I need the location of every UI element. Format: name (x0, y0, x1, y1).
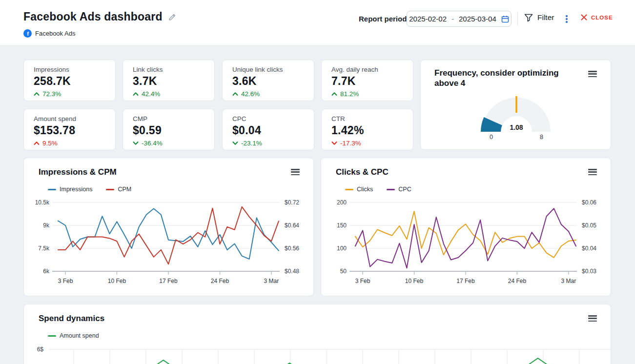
kpi-delta-up-icon (34, 141, 40, 145)
svg-text:$0.56: $0.56 (285, 245, 299, 252)
kpi-delta: -17.3% (331, 140, 361, 147)
impressions-cpm-chart-card: Impressions & CPMImpressionsCPM10.5k$0.7… (23, 158, 314, 296)
kpi-delta-value: 72.3% (42, 90, 61, 98)
kpi-delta-down-icon (133, 141, 139, 145)
svg-text:3 Feb: 3 Feb (58, 278, 73, 284)
svg-text:3 Mar: 3 Mar (264, 278, 279, 284)
source-label: Facebook Ads (35, 30, 75, 37)
line-chart-plot: 200$0.06150$0.05100$0.0450$0.033 Feb10 F… (321, 158, 612, 297)
kpi-delta-value: 9.5% (42, 140, 58, 147)
more-options-kebab-icon[interactable] (563, 13, 571, 25)
svg-text:200: 200 (337, 199, 347, 206)
svg-text:50: 50 (340, 268, 347, 275)
svg-text:6$: 6$ (37, 346, 44, 353)
date-from[interactable]: 2025-02-02 (409, 15, 447, 23)
filter-label: Filter (537, 13, 554, 22)
kpi-delta: 81.2% (331, 90, 359, 98)
kpi-delta-value: 81.2% (340, 90, 359, 98)
svg-text:150: 150 (337, 222, 347, 229)
close-icon (581, 14, 587, 20)
kpi-delta-value: -17.3% (340, 140, 361, 147)
report-period-label: Report period: (359, 15, 409, 23)
frequency-gauge: 1.0808 (421, 60, 612, 150)
svg-text:100: 100 (337, 245, 347, 252)
kpi-value: 1.42% (331, 124, 364, 137)
kpi-value: 3.7K (133, 75, 157, 88)
svg-text:3 Feb: 3 Feb (355, 278, 370, 284)
kpi-delta: 9.5% (34, 140, 58, 147)
kpi-delta-value: -36.4% (142, 140, 163, 147)
kpi-value: $0.59 (133, 124, 162, 137)
kpi-delta: 42.4% (133, 90, 160, 98)
kpi-delta-value: 42.6% (241, 90, 260, 98)
line-chart-plot: 10.5k$0.729k$0.647.5k$0.566k$0.483 Feb10… (24, 158, 314, 297)
svg-text:10.5k: 10.5k (35, 199, 50, 206)
kpi-card: Avg. daily reach7.7K81.2% (321, 60, 413, 101)
kpi-delta: -23.1% (232, 140, 262, 147)
facebook-icon: f (23, 29, 32, 38)
close-button[interactable]: CLOSE (581, 14, 613, 20)
header-divider (517, 12, 518, 26)
kpi-label: Avg. daily reach (331, 66, 378, 73)
spend-dynamics-chart-card: Spend dynamicsAmount spend6$ (23, 304, 611, 364)
clicks-cpc-chart-card: Clicks & CPCClicksCPC200$0.06150$0.05100… (321, 158, 611, 296)
kpi-card: Impressions258.7K72.3% (23, 60, 116, 101)
kpi-delta-up-icon (133, 92, 139, 96)
kpi-label: CTR (331, 115, 345, 122)
kpi-card: Unique link clicks3.6K42.6% (222, 60, 314, 101)
date-separator: - (451, 15, 454, 23)
kpi-delta-down-icon (331, 141, 337, 145)
kpi-value: 7.7K (331, 75, 356, 88)
header: Facebook Ads dashboard f Facebook Ads Re… (0, 0, 635, 46)
kpi-value: $153.78 (34, 124, 75, 137)
spend-chart-plot: 6$ (24, 304, 612, 364)
date-to[interactable]: 2025-03-04 (459, 15, 496, 23)
kpi-value: $0.04 (232, 124, 261, 137)
kpi-label: CPC (232, 115, 246, 122)
svg-text:10 Feb: 10 Feb (405, 278, 424, 284)
svg-text:$0.05: $0.05 (582, 222, 596, 229)
svg-text:6k: 6k (43, 268, 50, 275)
calendar-icon[interactable] (501, 15, 509, 23)
svg-text:f: f (27, 31, 29, 37)
kpi-label: Unique link clicks (232, 66, 283, 73)
kpi-label: Amount spend (34, 115, 76, 122)
kpi-delta: -36.4% (133, 140, 163, 147)
svg-text:24 Feb: 24 Feb (508, 278, 527, 284)
svg-text:3 Mar: 3 Mar (561, 278, 576, 284)
kpi-label: Link clicks (133, 66, 163, 73)
kpi-label: CMP (133, 115, 147, 122)
kpi-card: Link clicks3.7K42.4% (123, 60, 215, 101)
svg-text:$0.64: $0.64 (285, 222, 299, 229)
svg-text:$0.04: $0.04 (582, 245, 596, 252)
close-label: CLOSE (591, 15, 613, 20)
filter-icon (524, 14, 533, 22)
svg-text:9k: 9k (43, 222, 50, 229)
kpi-value: 3.6K (232, 75, 257, 88)
kpi-card: CTR1.42%-17.3% (321, 109, 413, 150)
kpi-delta-value: 42.4% (142, 90, 160, 98)
gauge-min-label: 0 (490, 134, 493, 141)
kpi-value: 258.7K (34, 75, 71, 88)
date-range-picker[interactable]: 2025-02-02 - 2025-03-04 (407, 11, 512, 27)
data-source: f Facebook Ads (23, 29, 75, 38)
kpi-delta: 72.3% (34, 90, 61, 98)
facebook-ads-dashboard: Facebook Ads dashboard f Facebook Ads Re… (0, 0, 635, 364)
kpi-card: CPC$0.04-23.1% (222, 109, 314, 150)
kpi-label: Impressions (34, 66, 69, 73)
svg-text:7.5k: 7.5k (38, 245, 50, 252)
kpi-card: CMP$0.59-36.4% (123, 109, 215, 150)
svg-text:$0.06: $0.06 (582, 199, 596, 206)
svg-text:17 Feb: 17 Feb (456, 278, 475, 284)
kpi-delta-up-icon (331, 92, 337, 96)
frequency-gauge-card: Frequency, consider optimizing above 4 1… (420, 60, 611, 150)
filter-button[interactable]: Filter (524, 13, 554, 22)
edit-title-icon[interactable] (168, 13, 177, 21)
svg-text:$0.03: $0.03 (582, 268, 596, 275)
kpi-delta-down-icon (232, 141, 238, 145)
kpi-card: Amount spend$153.789.5% (23, 109, 116, 150)
svg-text:10 Feb: 10 Feb (108, 278, 126, 284)
kpi-delta-up-icon (232, 92, 238, 96)
kpi-delta-value: -23.1% (241, 140, 262, 147)
svg-text:$0.72: $0.72 (285, 199, 299, 206)
